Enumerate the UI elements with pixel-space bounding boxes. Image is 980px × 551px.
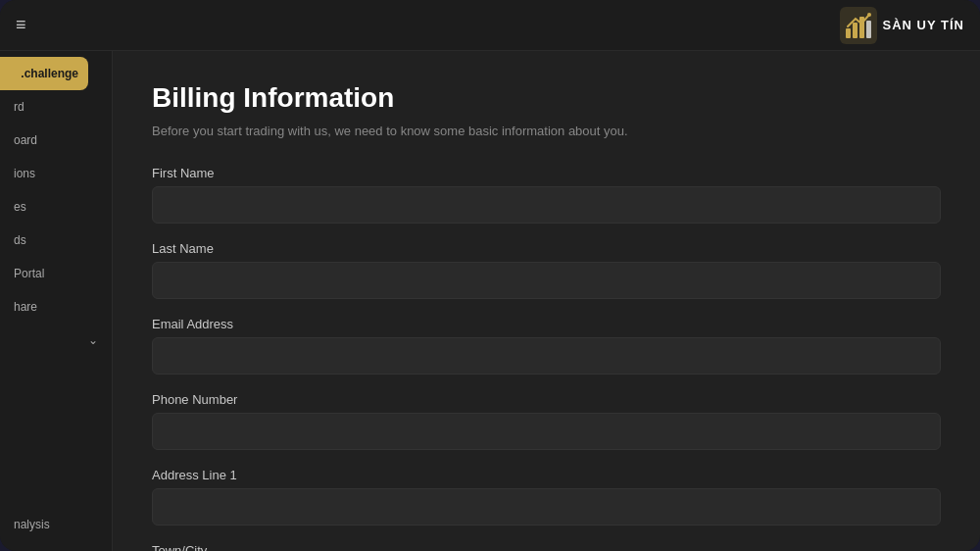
label-last-name: Last Name — [152, 241, 941, 256]
app-header: ≡ SÀN UY TÍN — [0, 0, 980, 51]
logo-text: SÀN UY TÍN — [883, 18, 964, 32]
svg-rect-4 — [866, 21, 871, 38]
label-phone: Phone Number — [152, 392, 941, 407]
sidebar-item-hare[interactable]: hare — [0, 290, 112, 324]
sidebar-item-analysis[interactable]: nalysis — [0, 508, 112, 541]
label-email: Email Address — [152, 317, 941, 331]
sidebar-item-ions[interactable]: ions — [0, 157, 112, 190]
svg-rect-0 — [840, 7, 877, 44]
sidebar-item-rd[interactable]: rd — [0, 90, 112, 124]
form-field-email: Email Address — [152, 317, 941, 375]
input-first-name[interactable] — [152, 186, 941, 224]
sidebar-bottom: nalysis — [0, 508, 112, 551]
sidebar-item-challenge[interactable]: .challenge — [0, 57, 88, 90]
page-subtitle: Before you start trading with us, we nee… — [152, 124, 941, 138]
logo-area: SÀN UY TÍN — [840, 7, 964, 44]
sidebar-item-expandable[interactable]: ⌄ — [0, 324, 112, 357]
page-title: Billing Information — [152, 82, 941, 114]
app-window: ≡ SÀN UY TÍN .challenge rd oard ions es … — [0, 0, 980, 551]
sidebar-item-oard[interactable]: oard — [0, 124, 112, 157]
sidebar-item-es[interactable]: es — [0, 190, 112, 224]
form-field-phone: Phone Number — [152, 392, 941, 450]
main-content: Billing Information Before you start tra… — [113, 51, 980, 551]
svg-rect-2 — [853, 23, 858, 38]
menu-icon[interactable]: ≡ — [16, 15, 26, 35]
input-email[interactable] — [152, 337, 941, 375]
form-field-address1: Address Line 1 — [152, 468, 941, 526]
body-layout: .challenge rd oard ions es ds Portal har… — [0, 51, 980, 551]
chevron-down-icon: ⌄ — [88, 333, 98, 347]
form-field-last-name: Last Name — [152, 241, 941, 299]
form-field-first-name: First Name — [152, 166, 941, 224]
label-address1: Address Line 1 — [152, 468, 941, 482]
svg-point-5 — [867, 13, 871, 17]
logo-icon — [840, 7, 877, 44]
input-last-name[interactable] — [152, 262, 941, 299]
label-first-name: First Name — [152, 166, 941, 180]
input-address1[interactable] — [152, 488, 941, 526]
label-town-city: Town/City — [152, 543, 941, 551]
input-phone[interactable] — [152, 413, 941, 450]
svg-rect-1 — [846, 28, 851, 38]
sidebar-item-ds[interactable]: ds — [0, 224, 112, 257]
sidebar: .challenge rd oard ions es ds Portal har… — [0, 51, 113, 551]
form-field-town-city: Town/City — [152, 543, 941, 551]
sidebar-item-portal[interactable]: Portal — [0, 257, 112, 290]
